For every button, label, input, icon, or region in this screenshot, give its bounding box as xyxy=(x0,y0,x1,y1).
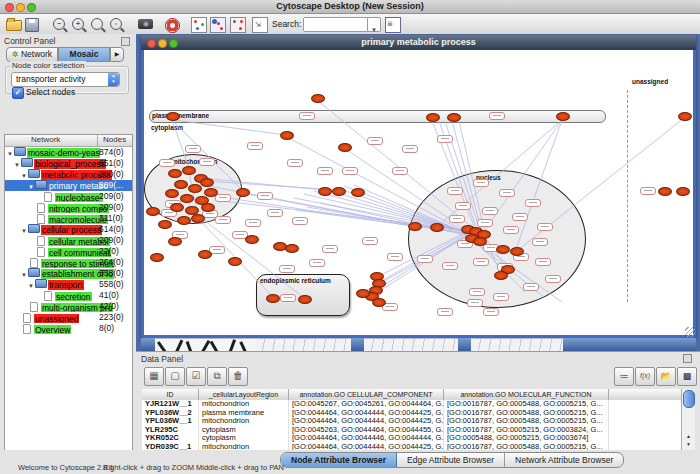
node-label-pill[interactable] xyxy=(437,308,453,316)
network-tree-header[interactable]: Network Nodes xyxy=(5,135,132,147)
disclosure-triangle-icon[interactable]: ▼ xyxy=(21,272,28,278)
table-row[interactable]: YPL036W__1mitochondrion[GO:0044464, GO:0… xyxy=(142,417,681,426)
network-node[interactable] xyxy=(298,295,312,304)
node-label-pill[interactable] xyxy=(455,202,471,210)
annotation-icon[interactable]: ⇲ xyxy=(252,16,268,32)
save-icon[interactable] xyxy=(25,16,41,32)
network-canvas[interactable]: plasma membranecytoplasmmitochondrionnuc… xyxy=(144,50,693,335)
node-label-pill[interactable] xyxy=(392,167,408,175)
network-node[interactable] xyxy=(146,207,160,216)
tab-network-attribute-browser[interactable]: Network Attribute Browser xyxy=(505,453,623,467)
network-node[interactable] xyxy=(678,112,692,121)
node-label-pill[interactable] xyxy=(503,226,519,234)
disclosure-triangle-icon[interactable]: ▼ xyxy=(21,228,28,234)
table-row[interactable]: YPL036W__2plasma membrane[GO:0044464, GO… xyxy=(142,409,681,418)
network-node[interactable] xyxy=(332,187,346,196)
compartment-plasma-membrane[interactable] xyxy=(149,110,606,123)
compartment-nucleus[interactable] xyxy=(408,170,586,308)
network-node[interactable] xyxy=(318,187,332,196)
float-data-panel-icon[interactable] xyxy=(683,354,692,363)
table-row[interactable]: YKR052Ccytoplasm[GO:0044464, GO:0044446,… xyxy=(142,434,681,443)
tree-row[interactable]: ▼transport558(0) xyxy=(5,279,132,290)
tree-row[interactable]: ▼biological_process651(0) xyxy=(5,158,132,169)
node-label-pill[interactable] xyxy=(523,283,539,291)
snapshot-icon[interactable] xyxy=(138,16,154,32)
node-label-pill[interactable] xyxy=(469,288,485,296)
node-label-pill[interactable] xyxy=(483,308,499,316)
network-node[interactable] xyxy=(408,222,422,231)
matrix-view-icon[interactable]: ▩ xyxy=(677,367,697,386)
network-window-titlebar[interactable]: primary metabolic process xyxy=(141,35,696,50)
network-node[interactable] xyxy=(168,169,182,178)
layout-icon[interactable] xyxy=(191,16,207,32)
network-node[interactable] xyxy=(168,237,182,246)
network-node[interactable] xyxy=(494,271,508,280)
background-window-sliver[interactable] xyxy=(255,338,351,351)
zoom-selected-icon[interactable]: ▫ xyxy=(110,18,126,34)
node-label-pill[interactable] xyxy=(362,237,378,245)
node-label-pill[interactable] xyxy=(417,255,433,263)
background-window-sliver[interactable] xyxy=(351,338,364,351)
network-node[interactable] xyxy=(201,203,215,212)
node-label-pill[interactable] xyxy=(287,159,303,167)
network-node[interactable] xyxy=(266,294,280,303)
node-label-pill[interactable] xyxy=(257,192,273,200)
search-dropdown-icon[interactable]: ▼ xyxy=(367,17,381,32)
tree-row[interactable]: multi-organism pro42(0) xyxy=(5,301,132,312)
node-label-pill[interactable] xyxy=(367,137,383,145)
float-panel-icon[interactable] xyxy=(121,37,130,46)
node-label-pill[interactable] xyxy=(437,135,453,143)
tree-row[interactable]: ▼primary metabo209(... xyxy=(5,180,132,191)
node-label-pill[interactable] xyxy=(387,253,403,261)
network-node[interactable] xyxy=(188,184,202,193)
tree-row[interactable]: cellular metabol209(0) xyxy=(5,235,132,246)
tab-edge-attribute-browser[interactable]: Edge Attribute Browser xyxy=(397,453,505,467)
node-label-pill[interactable] xyxy=(245,219,261,227)
node-label-pill[interactable] xyxy=(317,167,333,175)
network-node[interactable] xyxy=(473,237,487,246)
node-label-pill[interactable] xyxy=(447,187,463,195)
node-label-pill[interactable] xyxy=(467,299,483,307)
node-label-pill[interactable] xyxy=(473,179,489,187)
background-window-sliver[interactable] xyxy=(155,338,255,351)
node-label-pill[interactable] xyxy=(525,199,541,207)
network-node[interactable] xyxy=(236,188,250,197)
node-label-pill[interactable] xyxy=(493,293,509,301)
tree-row[interactable]: Overview8(0) xyxy=(5,323,132,334)
network-node[interactable] xyxy=(182,166,196,175)
network-node[interactable] xyxy=(372,298,386,307)
network-node[interactable] xyxy=(150,253,164,262)
disclosure-triangle-icon[interactable]: ▼ xyxy=(14,162,21,168)
index-icon[interactable]: ≣ xyxy=(385,16,401,32)
node-label-pill[interactable] xyxy=(545,275,561,283)
delete-attribute-icon[interactable]: 🗑 xyxy=(228,367,248,386)
node-label-pill[interactable] xyxy=(279,265,295,273)
import-attributes-icon[interactable]: 📂 xyxy=(656,367,676,386)
node-label-pill[interactable] xyxy=(185,145,201,153)
node-label-pill[interactable] xyxy=(280,294,296,302)
network-node[interactable] xyxy=(510,247,524,256)
background-window-sliver[interactable] xyxy=(563,338,696,351)
node-label-pill[interactable] xyxy=(342,167,358,175)
node-label-pill[interactable] xyxy=(532,238,548,246)
open-file-icon[interactable] xyxy=(6,16,22,32)
network-node[interactable] xyxy=(158,220,172,229)
node-label-pill[interactable] xyxy=(199,158,215,166)
network-node[interactable] xyxy=(174,180,188,189)
node-label-pill[interactable] xyxy=(292,217,308,225)
select-nodes-checkbox[interactable]: ✓ xyxy=(12,87,24,99)
node-label-pill[interactable] xyxy=(499,189,515,197)
network-node[interactable] xyxy=(228,257,242,266)
tree-row[interactable]: ▼establishment of lo558(0) xyxy=(5,268,132,279)
tree-row[interactable]: cell communicat22(0) xyxy=(5,246,132,257)
node-label-pill[interactable] xyxy=(489,112,505,120)
network-node[interactable] xyxy=(280,131,294,140)
node-label-pill[interactable] xyxy=(482,207,498,215)
tree-row[interactable]: ▼cellular process614(0) xyxy=(5,224,132,235)
node-label-pill[interactable] xyxy=(535,258,551,266)
table-scrollbar[interactable]: ▲ ▼ xyxy=(681,389,695,451)
network-node[interactable] xyxy=(177,216,191,225)
network-node[interactable] xyxy=(351,188,365,197)
node-label-pill[interactable] xyxy=(473,258,489,266)
tab-node-attribute-browser[interactable]: Node Attribute Browser xyxy=(281,453,397,467)
